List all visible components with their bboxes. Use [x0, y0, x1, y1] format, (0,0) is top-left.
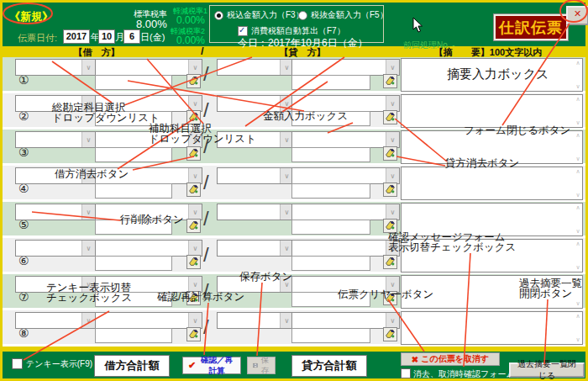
credit-erase-button[interactable]: [383, 110, 397, 124]
chevron-down-icon[interactable]: ∨: [386, 204, 399, 220]
scroll-up-icon[interactable]: ∧: [575, 313, 580, 320]
credit-account-dropdown[interactable]: ∨: [217, 131, 294, 148]
credit-amount-input[interactable]: [291, 256, 370, 271]
debit-account-dropdown[interactable]: ∨: [15, 59, 96, 76]
memo-textarea[interactable]: ∧ ∨: [401, 58, 583, 92]
memo-textarea[interactable]: ∧ ∨: [401, 167, 583, 200]
debit-account-dropdown[interactable]: ∨: [15, 312, 96, 329]
month-input[interactable]: 10: [98, 29, 115, 44]
chevron-down-icon[interactable]: ∨: [81, 168, 95, 183]
debit-subaccount-dropdown[interactable]: ∨: [95, 167, 202, 184]
chevron-down-icon[interactable]: ∨: [386, 168, 399, 183]
debit-account-dropdown[interactable]: ∨: [15, 167, 96, 184]
scroll-up-icon[interactable]: ∧: [575, 60, 580, 66]
debit-subaccount-dropdown[interactable]: ∨: [95, 240, 202, 257]
debit-account-dropdown[interactable]: ∨: [15, 240, 96, 257]
debit-erase-button[interactable]: [186, 146, 201, 161]
debit-erase-button[interactable]: [186, 74, 201, 88]
save-button[interactable]: 保存: [247, 357, 276, 374]
memo-scrollbar[interactable]: ∧ ∨: [574, 204, 582, 235]
debit-subaccount-dropdown[interactable]: ∨: [95, 312, 202, 329]
chevron-down-icon[interactable]: ∨: [188, 277, 202, 292]
debit-amount-input[interactable]: [95, 220, 172, 235]
credit-account-dropdown[interactable]: ∨: [217, 167, 294, 184]
memo-textarea[interactable]: ∧ ∨: [401, 203, 583, 236]
debit-amount-input[interactable]: [95, 328, 172, 343]
debit-account-dropdown[interactable]: ∨: [15, 204, 96, 220]
debit-account-dropdown[interactable]: ∨: [15, 131, 96, 148]
credit-erase-button[interactable]: [383, 255, 397, 269]
scroll-down-icon[interactable]: ∨: [575, 156, 580, 162]
credit-amount-input[interactable]: [291, 292, 370, 307]
debit-erase-button[interactable]: [186, 183, 201, 197]
memo-scrollbar[interactable]: ∧ ∨: [574, 240, 582, 272]
memo-textarea[interactable]: ∧ ∨: [401, 94, 583, 128]
chevron-down-icon[interactable]: ∨: [386, 277, 399, 292]
memo-scrollbar[interactable]: ∧ ∨: [574, 131, 582, 163]
day-input[interactable]: 6: [123, 29, 140, 44]
chevron-down-icon[interactable]: ∨: [386, 313, 399, 328]
chevron-down-icon[interactable]: ∨: [188, 96, 202, 111]
chevron-down-icon[interactable]: ∨: [81, 313, 95, 328]
credit-amount-input[interactable]: [291, 183, 370, 198]
debit-amount-input[interactable]: [95, 75, 172, 90]
scroll-down-icon[interactable]: ∨: [575, 336, 580, 343]
cancel-voucher-button[interactable]: ✖ この伝票を取消す: [401, 352, 500, 366]
chevron-down-icon[interactable]: ∨: [81, 132, 95, 147]
memo-textarea[interactable]: ∧ ∨: [401, 130, 583, 164]
chevron-down-icon[interactable]: ∨: [188, 241, 202, 256]
debit-erase-button[interactable]: [186, 110, 201, 124]
credit-amount-input[interactable]: [291, 111, 370, 126]
credit-account-dropdown[interactable]: ∨: [217, 240, 294, 257]
past-memo-list-button[interactable]: 過去摘要一覧閉じる: [509, 362, 585, 378]
scroll-up-icon[interactable]: ∧: [575, 204, 580, 211]
memo-textarea[interactable]: ∧ ∨: [401, 239, 583, 273]
debit-amount-input[interactable]: [95, 256, 172, 271]
credit-subaccount-dropdown[interactable]: ∨: [291, 59, 400, 76]
credit-erase-button[interactable]: [383, 74, 397, 88]
memo-scrollbar[interactable]: ∧ ∨: [574, 312, 582, 344]
debit-erase-button[interactable]: [186, 291, 201, 305]
credit-subaccount-dropdown[interactable]: ∨: [291, 240, 400, 257]
debit-subaccount-dropdown[interactable]: ∨: [95, 59, 202, 76]
chevron-down-icon[interactable]: ∨: [81, 241, 95, 256]
close-button[interactable]: ✕: [566, 6, 588, 25]
chevron-down-icon[interactable]: ∨: [386, 132, 399, 147]
scroll-down-icon[interactable]: ∨: [575, 264, 580, 271]
chevron-down-icon[interactable]: ∨: [188, 132, 202, 147]
scroll-down-icon[interactable]: ∨: [575, 228, 580, 235]
auto-tax-checkbox[interactable]: 消費税額自動算出（F7）: [238, 25, 345, 37]
chevron-down-icon[interactable]: ∨: [81, 277, 95, 292]
credit-account-dropdown[interactable]: ∨: [217, 59, 294, 76]
chevron-down-icon[interactable]: ∨: [386, 96, 399, 111]
radio-tax-excluded[interactable]: 税抜金額入力（F5）: [298, 9, 388, 21]
confirm-form-checkbox[interactable]: [401, 368, 411, 378]
credit-erase-button[interactable]: [383, 146, 397, 161]
scroll-up-icon[interactable]: ∧: [575, 168, 580, 175]
memo-scrollbar[interactable]: ∧ ∨: [574, 167, 582, 199]
scroll-up-icon[interactable]: ∧: [575, 96, 580, 103]
credit-account-dropdown[interactable]: ∨: [217, 312, 294, 329]
debit-amount-input[interactable]: [95, 183, 172, 198]
credit-erase-button[interactable]: [383, 183, 397, 197]
radio-tax-included[interactable]: 税込金額入力（F3）: [214, 9, 304, 21]
debit-subaccount-dropdown[interactable]: ∨: [95, 276, 202, 293]
debit-amount-input[interactable]: [95, 111, 172, 126]
credit-amount-input[interactable]: [291, 220, 370, 235]
credit-subaccount-dropdown[interactable]: ∨: [291, 312, 400, 329]
credit-account-dropdown[interactable]: ∨: [217, 204, 294, 220]
credit-amount-input[interactable]: [291, 147, 370, 162]
year-input[interactable]: 2017: [63, 29, 90, 44]
scroll-down-icon[interactable]: ∨: [575, 192, 580, 198]
confirm-recalc-button[interactable]: ✔ 確認／再計算: [182, 357, 241, 374]
chevron-down-icon[interactable]: ∨: [188, 313, 202, 328]
credit-account-dropdown[interactable]: ∨: [217, 276, 294, 293]
chevron-down-icon[interactable]: ∨: [81, 204, 95, 220]
chevron-down-icon[interactable]: ∨: [386, 241, 399, 256]
credit-account-dropdown[interactable]: ∨: [217, 95, 294, 112]
scroll-up-icon[interactable]: ∧: [575, 132, 580, 139]
credit-subaccount-dropdown[interactable]: ∨: [291, 131, 400, 148]
chevron-down-icon[interactable]: ∨: [386, 60, 399, 75]
credit-subaccount-dropdown[interactable]: ∨: [291, 276, 400, 293]
credit-subaccount-dropdown[interactable]: ∨: [291, 167, 400, 184]
